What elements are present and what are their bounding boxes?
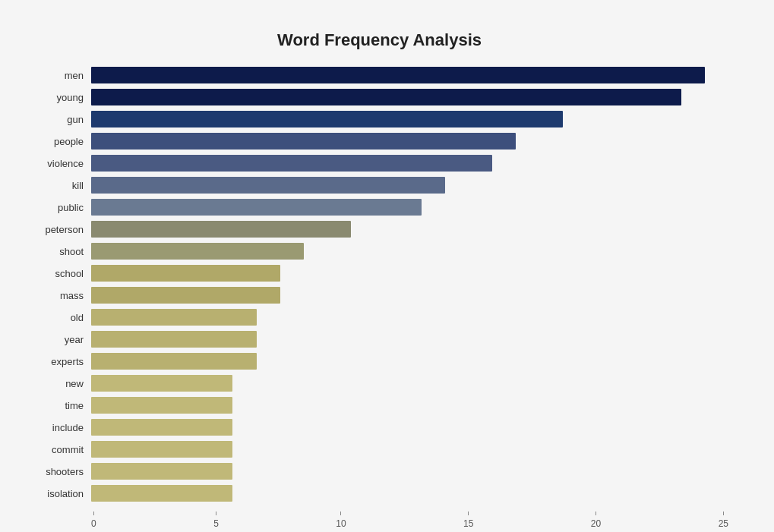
bar-label: include (30, 422, 91, 433)
bar-fill (91, 155, 492, 172)
bar-wrapper (91, 397, 728, 414)
bar-fill (91, 177, 445, 194)
x-tick-label: 5 (213, 518, 219, 529)
x-tick-container: 0510152025 (91, 512, 728, 529)
bar-label: shooters (30, 466, 91, 477)
bar-label: peterson (30, 224, 91, 235)
bar-label: violence (30, 158, 91, 169)
bar-label: experts (30, 356, 91, 367)
chart-container: Word Frequency Analysis menyounggunpeopl… (15, 15, 759, 532)
bar-wrapper (91, 155, 728, 172)
bar-row: new (30, 373, 728, 393)
bar-row: peterson (30, 219, 728, 239)
bar-row: mass (30, 285, 728, 305)
bar-label: young (30, 92, 91, 103)
bar-fill (91, 419, 232, 436)
bar-fill (91, 485, 232, 502)
bar-wrapper (91, 287, 728, 304)
bar-wrapper (91, 199, 728, 216)
x-tick: 20 (591, 512, 601, 529)
bar-fill (91, 463, 232, 480)
x-tick-label: 20 (591, 518, 601, 529)
bar-fill (91, 199, 422, 216)
bar-label: gun (30, 114, 91, 125)
x-tick: 10 (336, 512, 346, 529)
x-tick-label: 10 (336, 518, 346, 529)
bar-fill (91, 397, 232, 414)
x-tick: 25 (719, 512, 728, 529)
bar-row: men (30, 65, 728, 85)
bar-fill (91, 353, 257, 370)
bar-wrapper (91, 177, 728, 194)
x-tick: 15 (463, 512, 473, 529)
bar-label: time (30, 400, 91, 411)
bar-row: people (30, 131, 728, 151)
bar-row: year (30, 329, 728, 349)
bar-row: shooters (30, 461, 728, 481)
x-tick-label: 15 (463, 518, 473, 529)
bar-wrapper (91, 133, 728, 150)
bar-fill (91, 111, 563, 127)
bar-fill (91, 133, 516, 150)
x-tick: 0 (91, 512, 96, 529)
bar-label: old (30, 312, 91, 323)
bar-wrapper (91, 243, 728, 260)
bar-label: shoot (30, 246, 91, 257)
bar-row: young (30, 87, 728, 107)
bar-label: men (30, 70, 91, 81)
x-tick-label: 25 (719, 518, 728, 529)
bar-fill (91, 221, 351, 238)
bar-wrapper (91, 309, 728, 326)
bar-wrapper (91, 485, 728, 502)
bar-label: commit (30, 444, 91, 455)
bar-row: include (30, 417, 728, 437)
bar-fill (91, 375, 232, 392)
bar-row: school (30, 263, 728, 283)
bar-wrapper (91, 463, 728, 480)
bar-label: new (30, 378, 91, 389)
bar-wrapper (91, 419, 728, 436)
bar-label: public (30, 202, 91, 213)
bar-label: mass (30, 290, 91, 301)
bar-label: people (30, 136, 91, 147)
bar-row: kill (30, 175, 728, 195)
bar-fill (91, 331, 257, 348)
bar-wrapper (91, 441, 728, 458)
bar-row: experts (30, 351, 728, 371)
bar-wrapper (91, 331, 728, 348)
bar-row: commit (30, 439, 728, 459)
bar-wrapper (91, 67, 728, 83)
bar-wrapper (91, 111, 728, 127)
bar-fill (91, 243, 304, 260)
bar-row: old (30, 307, 728, 327)
bar-row: time (30, 395, 728, 415)
bar-fill (91, 441, 232, 458)
bar-fill (91, 67, 705, 83)
bar-label: isolation (30, 488, 91, 499)
bar-label: kill (30, 180, 91, 191)
x-tick: 5 (213, 512, 219, 529)
bar-fill (91, 265, 280, 282)
bar-fill (91, 89, 681, 105)
bar-label: year (30, 334, 91, 345)
bar-wrapper (91, 353, 728, 370)
bar-fill (91, 287, 280, 304)
bar-fill (91, 309, 257, 326)
chart-title: Word Frequency Analysis (30, 30, 728, 50)
bar-row: shoot (30, 241, 728, 261)
bar-wrapper (91, 265, 728, 282)
bar-wrapper (91, 375, 728, 392)
bar-label: school (30, 268, 91, 279)
x-tick-label: 0 (91, 518, 96, 529)
bar-wrapper (91, 221, 728, 238)
bar-row: violence (30, 153, 728, 173)
bar-row: public (30, 197, 728, 217)
bar-wrapper (91, 89, 728, 105)
bar-row: isolation (30, 483, 728, 503)
bar-row: gun (30, 109, 728, 129)
